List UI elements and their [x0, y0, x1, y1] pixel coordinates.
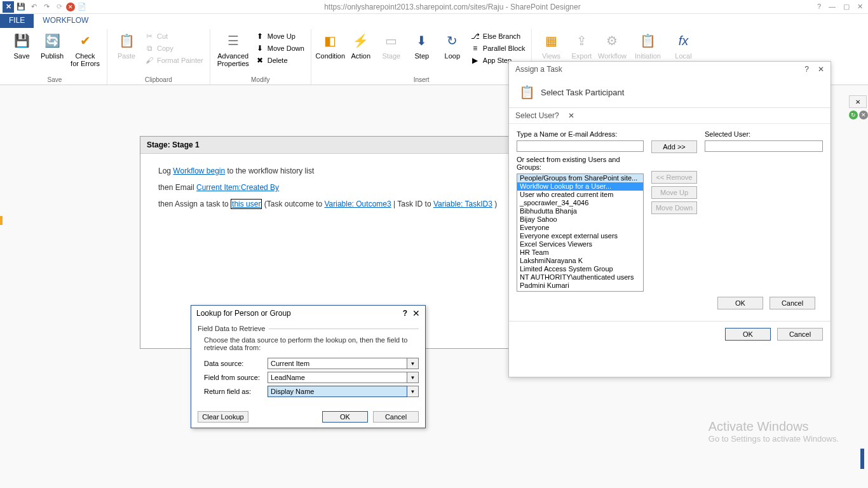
list-item[interactable]: Bijay Sahoo [517, 215, 643, 224]
taskid-variable-link[interactable]: Variable: TaskID3 [433, 200, 492, 208]
remove-button[interactable]: << Remove [651, 171, 697, 184]
workflow-button[interactable]: ⚙Workflow [597, 29, 627, 61]
stop-icon[interactable]: ✕ [66, 3, 75, 11]
step-icon: ⬇ [412, 30, 432, 51]
close-icon[interactable]: ✕ [818, 65, 824, 74]
inner-cancel-button[interactable]: Cancel [770, 297, 815, 309]
log-message-link[interactable]: Workflow begin [173, 166, 225, 175]
add-button[interactable]: Add >> [651, 140, 697, 153]
window-controls: ? — ▢ ✕ [817, 3, 863, 11]
email-recipient-link[interactable]: Current Item:Created By [196, 183, 279, 192]
advanced-properties-button[interactable]: ☰Advanced Properties [214, 29, 252, 69]
right-edge-controls: ✕ ↻ ✕ [849, 95, 868, 119]
list-item[interactable]: _spocrawler_34_4046 [517, 199, 643, 207]
tab-workflow[interactable]: WORKFLOW [34, 14, 97, 28]
else-branch-button[interactable]: ⎇Else Branch [468, 30, 528, 42]
help-icon[interactable]: ? [817, 3, 821, 11]
format-painter-button[interactable]: 🖌Format Painter [142, 55, 206, 66]
help-icon[interactable]: ? [403, 309, 407, 318]
arrow-down-icon: ⬇ [255, 43, 265, 53]
selected-user-input[interactable] [705, 140, 823, 152]
export-icon: ⇪ [571, 30, 592, 51]
copy-button[interactable]: ⧉Copy [142, 43, 206, 54]
undo-icon[interactable]: ↶ [28, 1, 39, 13]
field-source-label: Field from source: [204, 374, 268, 381]
assign-task-panel: Assign a Task ? ✕ 📋 Select Task Particip… [508, 61, 831, 377]
parallel-block-button[interactable]: ≡Parallel Block [468, 43, 528, 54]
list-item[interactable]: Padmini Kumari [517, 281, 643, 290]
parallel-icon: ≡ [470, 43, 480, 53]
clear-lookup-button[interactable]: Clear Lookup [198, 411, 248, 423]
cancel-button[interactable]: Cancel [777, 328, 823, 341]
redo-icon[interactable]: ↷ [41, 1, 52, 13]
save-group-label: Save [48, 76, 62, 85]
move-up-button[interactable]: ⬆Move Up [252, 30, 307, 42]
move-up-button[interactable]: Move Up [651, 186, 697, 199]
delete-button[interactable]: ✖Delete [252, 55, 307, 66]
ok-button[interactable]: OK [725, 328, 771, 341]
field-source-combo[interactable]: LeadName [268, 372, 407, 383]
outcome-variable-link[interactable]: Variable: Outcome3 [324, 200, 391, 208]
action-button[interactable]: ⚡Action [346, 29, 376, 61]
refresh-icon[interactable]: ⟳ [53, 1, 65, 13]
return-field-combo[interactable]: Display Name [268, 386, 407, 397]
list-item[interactable]: Everyone [517, 224, 643, 232]
select-user-title: Select User [515, 111, 555, 120]
cancel-button[interactable]: Cancel [373, 411, 419, 423]
list-item[interactable]: LakshmiNarayana K [517, 257, 643, 265]
list-item[interactable]: Limited Access System Group [517, 265, 643, 273]
step-button[interactable]: ⬇Step [407, 29, 437, 61]
move-down-button[interactable]: Move Down [651, 201, 697, 214]
list-item[interactable]: Excel Services Viewers [517, 240, 643, 248]
help-icon[interactable]: ? [555, 111, 559, 120]
close-icon[interactable]: ✕ [857, 3, 863, 11]
ok-button[interactable]: OK [322, 411, 368, 423]
chevron-down-icon[interactable]: ▼ [407, 358, 419, 369]
list-item[interactable]: HR Team [517, 248, 643, 257]
users-groups-listbox[interactable]: People/Groups from SharePoint site...Wor… [517, 173, 644, 292]
minimize-icon[interactable]: — [829, 3, 836, 11]
name-email-input[interactable] [517, 140, 644, 152]
export-button[interactable]: ⇪Export [566, 29, 597, 61]
doc-icon[interactable]: 📄 [76, 1, 88, 13]
move-down-button[interactable]: ⬇Move Down [252, 43, 307, 54]
condition-button[interactable]: ◧Condition [315, 29, 346, 61]
clipboard-group-label: Clipboard [145, 76, 172, 85]
task-user-link[interactable]: this user [231, 199, 262, 209]
loop-button[interactable]: ↻Loop [437, 29, 468, 61]
restore-icon[interactable]: ▢ [843, 3, 850, 11]
views-button[interactable]: ▦Views [536, 29, 566, 61]
list-item[interactable]: People/Groups from SharePoint site... [517, 174, 643, 182]
stage-icon: ▭ [381, 30, 402, 51]
list-item[interactable]: Everyone except external users [517, 232, 643, 240]
list-item[interactable]: Preeti Sahu [517, 290, 643, 292]
stage-button[interactable]: ▭Stage [376, 29, 407, 61]
paste-button[interactable]: 📋Paste [111, 29, 142, 61]
participant-icon: 📋 [518, 83, 536, 101]
list-item[interactable]: Workflow Lookup for a User... [517, 182, 643, 191]
save-button[interactable]: 💾Save [6, 29, 37, 61]
tab-file[interactable]: FILE [0, 14, 34, 28]
cut-button[interactable]: ✂Cut [142, 30, 206, 42]
sync-icon[interactable]: ↻ [849, 111, 858, 119]
panel-close-tab[interactable]: ✕ [849, 95, 867, 108]
insert-group-label: Insert [414, 76, 430, 85]
dismiss-icon[interactable]: ✕ [859, 111, 868, 119]
check-errors-button[interactable]: ✔Check for Errors [67, 29, 103, 69]
help-icon[interactable]: ? [804, 65, 809, 74]
publish-button[interactable]: 🔄Publish [37, 29, 67, 61]
local-button[interactable]: fxLocal [668, 29, 698, 61]
title-bar: ✕ 💾 ↶ ↷ ⟳ ✕ 📄 https://onlysharepoint2013… [0, 0, 868, 14]
list-item[interactable]: NT AUTHORITY\authenticated users [517, 273, 643, 281]
list-item[interactable]: Bibhudutta Bhanja [517, 207, 643, 215]
data-source-combo[interactable]: Current Item [268, 358, 407, 369]
close-icon[interactable]: ✕ [412, 308, 420, 318]
loop-icon: ↻ [442, 30, 463, 51]
or-select-label: Or select from existing Users and Groups… [517, 156, 644, 171]
list-item[interactable]: User who created current item [517, 191, 643, 199]
chevron-down-icon[interactable]: ▼ [407, 386, 419, 397]
chevron-down-icon[interactable]: ▼ [407, 372, 419, 383]
inner-ok-button[interactable]: OK [717, 297, 763, 309]
close-icon[interactable]: ✕ [568, 111, 574, 120]
save-icon[interactable]: 💾 [15, 1, 27, 13]
